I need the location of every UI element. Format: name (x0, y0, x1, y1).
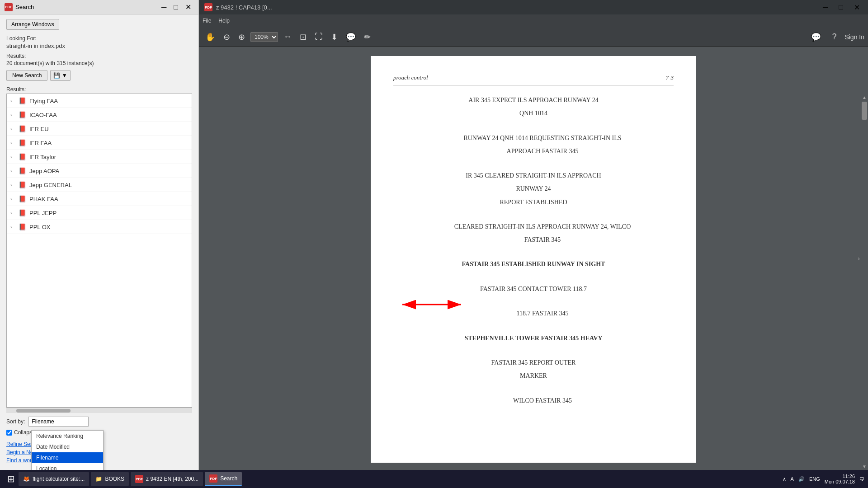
fit-width-button[interactable]: ↔ (281, 30, 294, 43)
pdf-minimize-button[interactable]: ─ (820, 2, 830, 12)
results-count-value: 20 document(s) with 315 instance(s) (6, 60, 192, 66)
results-list: › 📕 Flying FAA › 📕 ICAO-FAA › 📕 IFR EU ›… (6, 94, 192, 408)
pdf-line-15: MARKER (393, 370, 674, 381)
chat-icon-button[interactable]: 💬 (808, 30, 824, 44)
window-controls: ─ □ ✕ (159, 2, 194, 12)
result-name-1: ICAO-FAA (29, 112, 57, 118)
sort-label: Sort by: (6, 418, 25, 425)
pdf-title-left: PDF z 9432 ! CAP413 [0... (204, 3, 272, 11)
right-scrollbar-thumb[interactable] (862, 102, 867, 120)
result-item-3[interactable]: › 📕 IFR FAA (7, 136, 192, 150)
taskbar-item-books[interactable]: 📁 BOOKS (91, 472, 129, 486)
notification-icon[interactable]: 🗨 (859, 476, 864, 482)
sort-option-1[interactable]: Date Modified (32, 441, 103, 452)
result-item-9[interactable]: › 📕 PPL OX (7, 220, 192, 234)
result-chevron-9: › (10, 225, 16, 230)
result-item-8[interactable]: › 📕 PPL JEPP (7, 206, 192, 220)
pdf-line-11: FASTAIR 345 CONTACT TOWER 118.7 (393, 283, 674, 295)
result-chevron-2: › (10, 127, 16, 131)
menu-help[interactable]: Help (218, 18, 230, 24)
zoom-in-button[interactable]: ⊕ (236, 30, 248, 44)
result-item-0[interactable]: › 📕 Flying FAA (7, 94, 192, 108)
sort-select[interactable]: Relevance RankingDate ModifiedFilenameLo… (28, 417, 89, 427)
toolbar: ✋ ⊖ ⊕ 100% ↔ ⊡ ⛶ ⬇ 💬 ✏ 💬 ? Sign In (199, 27, 868, 47)
save-button[interactable]: 💾 ▼ (50, 70, 70, 81)
pdf-close-button[interactable]: ✕ (851, 2, 863, 13)
sort-option-0[interactable]: Relevance Ranking (32, 431, 103, 441)
collapse-panel-arrow[interactable]: › (858, 255, 860, 262)
right-scrollbar-track: ▲ ▼ (861, 94, 868, 470)
fit-page-button[interactable]: ⊡ (297, 30, 309, 44)
pdf2-icon: PDF (209, 474, 217, 483)
result-icon-3: 📕 (18, 138, 27, 147)
taskbar-books-label: BOOKS (105, 476, 124, 482)
taskbar-item-pdf1[interactable]: PDF z 9432 EN [4th, 200... (131, 472, 203, 486)
result-item-6[interactable]: › 📕 Jepp GENERAL (7, 178, 192, 192)
taskbar-item-firefox[interactable]: 🦊 flight calculator site:... (19, 472, 89, 486)
result-item-2[interactable]: › 📕 IFR EU (7, 122, 192, 136)
result-name-3: IFR FAA (29, 140, 52, 146)
result-name-0: Flying FAA (29, 98, 58, 104)
new-search-button[interactable]: New Search (6, 70, 47, 81)
sort-select-wrapper: Relevance RankingDate ModifiedFilenameLo… (28, 417, 89, 427)
pan-tool-button[interactable]: ✋ (203, 30, 218, 44)
speaker-icon[interactable]: 🔊 (798, 476, 805, 482)
menubar: File Help (199, 14, 868, 27)
zoom-select[interactable]: 100% (250, 32, 278, 42)
pdf-line-6: RUNWAY 24 (393, 183, 674, 194)
arrange-windows-button[interactable]: Arrange Windows (6, 19, 59, 30)
result-chevron-6: › (10, 183, 16, 188)
pdf-maximize-button[interactable]: □ (836, 2, 846, 12)
collapse-checkbox[interactable] (6, 430, 12, 436)
result-chevron-4: › (10, 155, 16, 160)
result-item-7[interactable]: › 📕 PHAK FAA (7, 192, 192, 206)
h-scroll-thumb[interactable] (16, 409, 71, 413)
pdf-line-10: FASTAIR 345 ESTABLISHED RUNWAY IN SIGHT (393, 258, 674, 270)
sort-option-2[interactable]: Filename (32, 452, 103, 463)
pdf-header-left: proach control (393, 74, 428, 81)
start-button[interactable]: ⊞ (4, 472, 19, 486)
taskbar-right: ∧ A 🔊 ENG 11:26 Mon 09.07.18 🗨 (783, 474, 864, 484)
pdf-line-8: CLEARED STRAIGHT-IN ILS APPROACH RUNWAY … (411, 221, 674, 232)
pdf-line-1: AIR 345 EXPECT ILS APPROACH RUNWAY 24 (393, 94, 674, 106)
results-count-label: Results: (6, 53, 192, 59)
search-pdf-icon: PDF (5, 3, 13, 11)
search-titlebar: PDF Search ─ □ ✕ (0, 0, 198, 14)
taskbar-item-search[interactable]: PDF Search (205, 472, 242, 486)
pdf1-icon: PDF (135, 475, 143, 483)
pdf-line-13: STEPHENVILLE TOWER FASTAIR 345 HEAVY (393, 333, 674, 344)
sign-in-button[interactable]: Sign In (844, 33, 864, 41)
search-body: Arrange Windows Looking For: straight-in… (0, 14, 198, 470)
result-item-4[interactable]: › 📕 IFR Taylor (7, 150, 192, 164)
result-name-7: PHAK FAA (29, 196, 58, 202)
sign-button[interactable]: ✏ (361, 30, 373, 44)
result-chevron-5: › (10, 169, 16, 174)
result-icon-6: 📕 (18, 180, 27, 189)
help-button[interactable]: ? (829, 30, 839, 43)
pdf-header-right: 7-3 (666, 74, 674, 81)
search-term-value: straight-in in index.pdx (6, 42, 192, 49)
zoom-out-button[interactable]: ⊖ (221, 30, 233, 44)
full-screen-button[interactable]: ⛶ (312, 30, 326, 43)
maximize-button[interactable]: □ (171, 2, 181, 12)
menu-file[interactable]: File (203, 18, 211, 24)
comment-button[interactable]: 💬 (343, 30, 359, 44)
notification-chevron[interactable]: ∧ (783, 476, 786, 482)
results-section-label: Results: (6, 86, 192, 93)
pdf-line-12: 118.7 FASTAIR 345 (411, 308, 674, 319)
close-button[interactable]: ✕ (183, 2, 194, 12)
pdf-window-title: z 9432 ! CAP413 [0... (216, 4, 272, 11)
pdf-line-14: FASTAIR 345 REPORT OUTER (393, 357, 674, 368)
result-icon-0: 📕 (18, 96, 27, 105)
result-chevron-0: › (10, 99, 16, 103)
pdf-line-7: REPORT ESTABLISHED (393, 197, 674, 208)
sort-row: Sort by: Relevance RankingDate ModifiedF… (6, 417, 192, 427)
minimize-button[interactable]: ─ (159, 2, 169, 12)
horizontal-scrollbar[interactable] (6, 408, 192, 413)
sort-option-3[interactable]: Location (32, 463, 103, 470)
download-button[interactable]: ⬇ (328, 30, 340, 44)
result-icon-8: 📕 (18, 208, 27, 217)
result-item-5[interactable]: › 📕 Jepp AOPA (7, 164, 192, 178)
result-item-1[interactable]: › 📕 ICAO-FAA (7, 108, 192, 122)
result-name-8: PPL JEPP (29, 210, 57, 216)
